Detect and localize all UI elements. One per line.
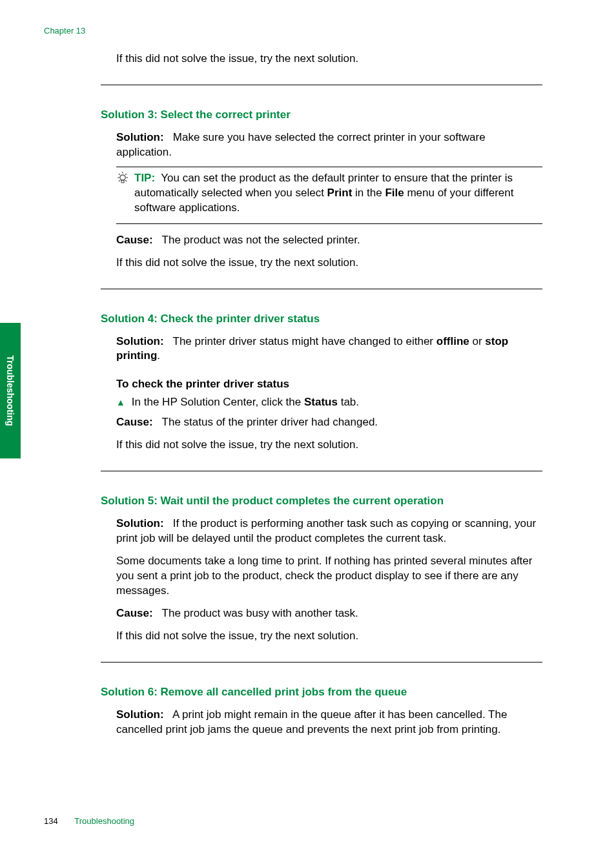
solution-3-cause: Cause: The product was not the selected … (116, 233, 542, 248)
cause-body: The product was not the selected printer… (162, 234, 360, 246)
step-text-1: In the HP Solution Center, click the (132, 396, 304, 408)
solution-label: Solution: (116, 708, 164, 721)
solution-body-1: The printer driver status might have cha… (173, 335, 436, 347)
svg-line-7 (119, 180, 120, 181)
solution-4-cause: Cause: The status of the printer driver … (116, 415, 542, 430)
solution-label: Solution: (116, 131, 164, 143)
side-tab-text: Troubleshooting (5, 355, 15, 426)
lightbulb-icon (116, 171, 129, 188)
solution-4-text: Solution: The printer driver status migh… (116, 334, 542, 364)
solution-label: Solution: (116, 335, 164, 347)
footer-section-label: Troubleshooting (74, 816, 134, 826)
solution-body: If the product is performing another tas… (116, 517, 536, 544)
triangle-marker-icon: ▲ (116, 397, 125, 410)
tip-label: TIP: (134, 172, 155, 184)
solution-3-heading: Solution 3: Select the correct printer (101, 108, 542, 121)
solution-3-retry: If this did not solve the issue, try the… (116, 256, 542, 271)
chapter-label: Chapter 13 (44, 26, 85, 36)
offline-bold: offline (436, 335, 469, 347)
section-divider (101, 289, 542, 289)
solution-5-heading: Solution 5: Wait until the product compl… (101, 495, 542, 508)
solution-5-text: Solution: If the product is performing a… (116, 517, 542, 546)
status-bold: Status (304, 396, 338, 408)
svg-line-8 (125, 180, 127, 181)
solution-5-retry: If this did not solve the issue, try the… (116, 629, 542, 644)
section-divider (101, 471, 542, 471)
tip-print-bold: Print (327, 187, 353, 199)
solution-label: Solution: (116, 517, 164, 529)
svg-line-6 (125, 174, 127, 175)
cause-label: Cause: (116, 607, 153, 619)
step-text: In the HP Solution Center, click the Sta… (132, 396, 359, 409)
section-divider (101, 85, 542, 85)
page-footer: 134 Troubleshooting (44, 816, 134, 826)
cause-label: Cause: (116, 416, 153, 428)
cause-body: The status of the printer driver had cha… (162, 416, 378, 428)
page-number: 134 (44, 816, 58, 826)
intro-retry-text: If this did not solve the issue, try the… (116, 52, 542, 67)
solution-5-cause: Cause: The product was busy with another… (116, 606, 542, 621)
solution-body: Make sure you have selected the correct … (116, 131, 486, 158)
procedure-heading: To check the printer driver status (116, 378, 542, 391)
tip-in-the: in the (352, 187, 385, 199)
or-text: or (469, 335, 486, 347)
solution-6-text: Solution: A print job might remain in th… (116, 708, 542, 737)
tip-text: TIP: You can set the product as the defa… (134, 171, 542, 216)
tip-file-bold: File (385, 187, 404, 199)
step-text-2: tab. (338, 396, 359, 408)
cause-label: Cause: (116, 234, 153, 246)
cause-body: The product was busy with another task. (162, 607, 358, 619)
solution-4-retry: If this did not solve the issue, try the… (116, 438, 542, 453)
solution-6-heading: Solution 6: Remove all cancelled print j… (101, 686, 542, 699)
content-area: If this did not solve the issue, try the… (116, 52, 542, 741)
solution-5-para2: Some documents take a long time to print… (116, 554, 542, 599)
side-tab: Troubleshooting (0, 323, 21, 458)
solution-3-text: Solution: Make sure you have selected th… (116, 130, 542, 160)
section-divider (101, 662, 542, 663)
period: . (157, 349, 160, 362)
solution-body: A print job might remain in the queue af… (116, 708, 507, 735)
svg-line-5 (119, 174, 120, 175)
solution-4-heading: Solution 4: Check the printer driver sta… (101, 313, 542, 325)
tip-box: TIP: You can set the product as the defa… (116, 167, 542, 224)
svg-point-0 (120, 175, 125, 180)
procedure-step: ▲ In the HP Solution Center, click the S… (116, 396, 542, 409)
